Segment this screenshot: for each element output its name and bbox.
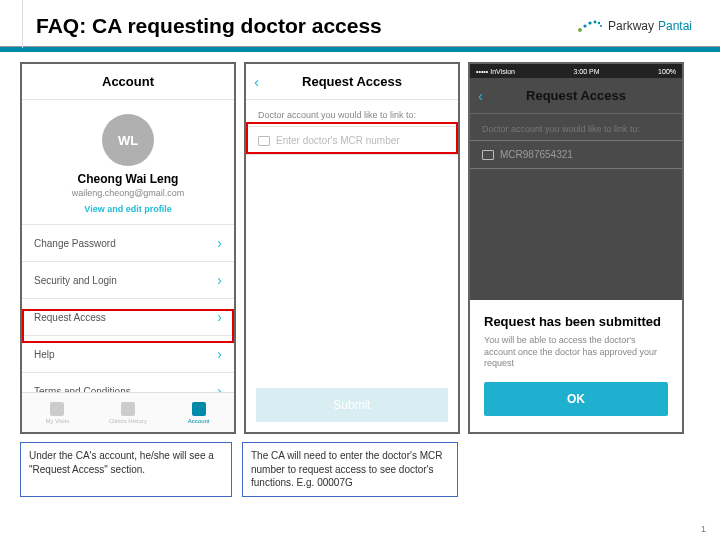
accent-bar [0,46,720,52]
tab-label: Clinics History [109,418,147,424]
tab-clinics[interactable]: Clinics History [93,393,164,432]
tab-label: Account [188,418,210,424]
caption-2: The CA will need to enter the doctor's M… [242,442,458,497]
svg-point-3 [594,21,597,24]
avatar: WL [102,114,154,166]
menu-security-login[interactable]: Security and Login› [22,261,234,298]
phone-submitted: ••••• InVision 3:00 PM 100% ‹ Request Ac… [468,62,684,434]
status-time: 3:00 PM [574,68,600,75]
menu-help[interactable]: Help› [22,335,234,372]
menu-label: Security and Login [34,275,117,286]
status-battery: 100% [658,68,676,75]
chevron-right-icon: › [217,309,222,325]
screen-title: ‹ Request Access [470,78,682,114]
menu-change-password[interactable]: Change Password› [22,224,234,261]
page-number: 1 [701,524,706,534]
logo-mark-icon [576,17,604,35]
card-icon [258,136,270,146]
back-icon[interactable]: ‹ [254,73,259,90]
mcr-value: MCR987654321 [500,149,573,160]
hint-text: Doctor account you would like to link to… [470,114,682,140]
user-name: Cheong Wai Leng [22,172,234,186]
status-bar: ••••• InVision 3:00 PM 100% [470,64,682,78]
screen-title: Account [22,64,234,100]
phone-request-access: ‹ Request Access Doctor account you woul… [244,62,460,434]
chevron-right-icon: › [217,346,222,362]
chevron-right-icon: › [217,235,222,251]
title-text: Request Access [302,74,402,89]
ok-button[interactable]: OK [484,382,668,416]
chevron-right-icon: › [217,272,222,288]
title-text: Request Access [526,88,626,103]
tab-label: My Visits [45,418,69,424]
user-icon [192,402,206,416]
view-profile-link[interactable]: View and edit profile [22,204,234,214]
tab-my-visits[interactable]: My Visits [22,393,93,432]
home-icon [121,402,135,416]
submit-button[interactable]: Submit [256,388,448,422]
slide-header: FAQ: CA requesting doctor access Parkway… [0,0,720,46]
modal-body: You will be able to access the doctor's … [484,335,668,370]
list-icon [50,402,64,416]
brand-logo: Parkway Pantai [576,17,692,35]
tab-account[interactable]: Account [163,393,234,432]
svg-point-0 [578,28,582,32]
status-carrier: ••••• InVision [476,68,515,75]
decorative-rule [22,0,23,48]
phone-account: Account WL Cheong Wai Leng waileng.cheon… [20,62,236,434]
back-icon[interactable]: ‹ [478,87,483,104]
mcr-input[interactable]: Enter doctor's MCR number [246,126,458,155]
svg-point-2 [588,21,591,24]
logo-text-parkway: Parkway [608,19,654,33]
svg-point-1 [583,24,586,27]
screen-title: ‹ Request Access [246,64,458,100]
caption-1: Under the CA's account, he/she will see … [20,442,232,497]
captions-row: Under the CA's account, he/she will see … [0,434,720,497]
tab-bar: My Visits Clinics History Account [22,392,234,432]
screenshots-row: Account WL Cheong Wai Leng waileng.cheon… [0,62,720,434]
card-icon [482,150,494,160]
user-email: waileng.cheong@gmail.com [22,188,234,198]
menu-request-access[interactable]: Request Access› [22,298,234,335]
menu-label: Change Password [34,238,116,249]
menu-label: Request Access [34,312,106,323]
slide-title: FAQ: CA requesting doctor access [36,14,382,38]
logo-text-pantai: Pantai [658,19,692,33]
svg-point-5 [600,25,602,27]
svg-point-4 [598,22,600,24]
hint-text: Doctor account you would like to link to… [246,100,458,126]
menu-label: Help [34,349,55,360]
mcr-input-filled: MCR987654321 [470,140,682,169]
placeholder-text: Enter doctor's MCR number [276,135,400,146]
success-modal: Request has been submitted You will be a… [470,300,682,432]
modal-title: Request has been submitted [484,314,668,329]
